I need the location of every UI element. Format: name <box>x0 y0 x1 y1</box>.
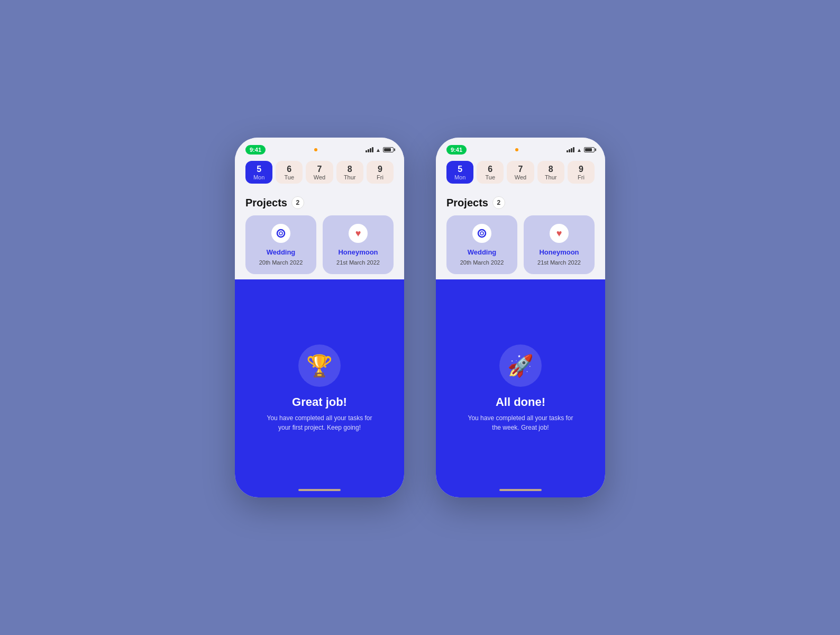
svg-point-0 <box>277 230 285 237</box>
cal-day-tue-2[interactable]: 6 Tue <box>477 161 504 184</box>
projects-badge-1: 2 <box>291 196 304 209</box>
project-date-wedding-2: 20th March 2022 <box>460 259 504 266</box>
achievement-title-2: All done! <box>496 395 545 409</box>
calendar-1: 5 Mon 6 Tue 7 Wed 8 Thur 9 Fri <box>245 161 394 184</box>
ring-icon-1 <box>271 224 290 243</box>
achievement-icon-wrapper-2: 🚀 <box>499 344 542 387</box>
projects-header-2: Projects 2 <box>446 196 595 209</box>
cal-day-thur-2[interactable]: 8 Thur <box>537 161 564 184</box>
cal-day-wed-1[interactable]: 7 Wed <box>306 161 333 184</box>
project-card-honeymoon-2[interactable]: ♥ Honeymoon 21st March 2022 <box>524 215 595 274</box>
signal-icon-1 <box>366 147 373 152</box>
phone-1: 9:41 ▲ 5 Mon 6 Tue 7 <box>235 138 404 497</box>
projects-title-2: Projects <box>446 197 488 209</box>
status-bar-1: 9:41 ▲ <box>245 145 394 155</box>
battery-icon-2 <box>584 147 595 152</box>
bottom-section-1: 🏆 Great job! You have completed all your… <box>235 279 404 497</box>
wifi-icon-2: ▲ <box>577 147 582 153</box>
home-indicator-1 <box>298 489 341 491</box>
projects-grid-1: Wedding 20th March 2022 ♥ Honeymoon 21st… <box>245 215 394 274</box>
cal-day-mon-1[interactable]: 5 Mon <box>245 161 272 184</box>
status-icons-1: ▲ <box>366 147 394 153</box>
achievement-icon-wrapper-1: 🏆 <box>298 344 341 387</box>
achievement-desc-2: You have completed all your tasks for th… <box>468 413 573 432</box>
cal-day-thur-1[interactable]: 8 Thur <box>336 161 363 184</box>
projects-header-1: Projects 2 <box>245 196 394 209</box>
heart-icon-2: ♥ <box>550 224 569 243</box>
status-dot-1 <box>314 148 317 151</box>
project-name-wedding-2: Wedding <box>468 248 497 256</box>
project-card-wedding-2[interactable]: Wedding 20th March 2022 <box>446 215 517 274</box>
home-indicator-2 <box>499 489 542 491</box>
svg-point-2 <box>478 230 486 237</box>
battery-icon-1 <box>383 147 394 152</box>
status-time-1: 9:41 <box>245 145 266 155</box>
project-name-honeymoon-1: Honeymoon <box>338 248 378 256</box>
project-card-wedding-1[interactable]: Wedding 20th March 2022 <box>245 215 316 274</box>
rocket-icon-2: 🚀 <box>507 353 534 378</box>
phone-1-top: 9:41 ▲ 5 Mon 6 Tue 7 <box>235 138 404 191</box>
status-icons-2: ▲ <box>567 147 595 153</box>
calendar-2: 5 Mon 6 Tue 7 Wed 8 Thur 9 Fri <box>446 161 595 184</box>
projects-badge-2: 2 <box>492 196 505 209</box>
status-time-2: 9:41 <box>446 145 467 155</box>
achievement-title-1: Great job! <box>292 395 347 409</box>
status-dot-2 <box>515 148 518 151</box>
project-name-wedding-1: Wedding <box>267 248 296 256</box>
cal-day-fri-1[interactable]: 9 Fri <box>367 161 394 184</box>
signal-icon-2 <box>567 147 574 152</box>
projects-title-1: Projects <box>245 197 287 209</box>
phone-2: 9:41 ▲ 5 Mon 6 Tue 7 <box>436 138 605 497</box>
project-date-honeymoon-1: 21st March 2022 <box>336 259 380 266</box>
cal-day-mon-2[interactable]: 5 Mon <box>446 161 473 184</box>
phone-2-top: 9:41 ▲ 5 Mon 6 Tue 7 <box>436 138 605 191</box>
projects-section-2: Projects 2 Wedding 20th March 2022 ♥ <box>436 191 605 279</box>
cal-day-fri-2[interactable]: 9 Fri <box>568 161 595 184</box>
wifi-icon-1: ▲ <box>376 147 381 153</box>
ring-icon-2 <box>472 224 491 243</box>
heart-icon-1: ♥ <box>349 224 368 243</box>
project-date-wedding-1: 20th March 2022 <box>259 259 303 266</box>
achievement-desc-1: You have completed all your tasks for yo… <box>267 413 372 432</box>
trophy-icon-1: 🏆 <box>306 353 333 378</box>
projects-grid-2: Wedding 20th March 2022 ♥ Honeymoon 21st… <box>446 215 595 274</box>
svg-point-3 <box>480 232 483 235</box>
project-card-honeymoon-1[interactable]: ♥ Honeymoon 21st March 2022 <box>323 215 394 274</box>
projects-section-1: Projects 2 Wedding 20th March 2022 ♥ <box>235 191 404 279</box>
svg-point-1 <box>279 232 282 235</box>
cal-day-tue-1[interactable]: 6 Tue <box>276 161 303 184</box>
project-date-honeymoon-2: 21st March 2022 <box>537 259 581 266</box>
cal-day-wed-2[interactable]: 7 Wed <box>507 161 534 184</box>
project-name-honeymoon-2: Honeymoon <box>539 248 579 256</box>
status-bar-2: 9:41 ▲ <box>446 145 595 155</box>
bottom-section-2: 🚀 All done! You have completed all your … <box>436 279 605 497</box>
